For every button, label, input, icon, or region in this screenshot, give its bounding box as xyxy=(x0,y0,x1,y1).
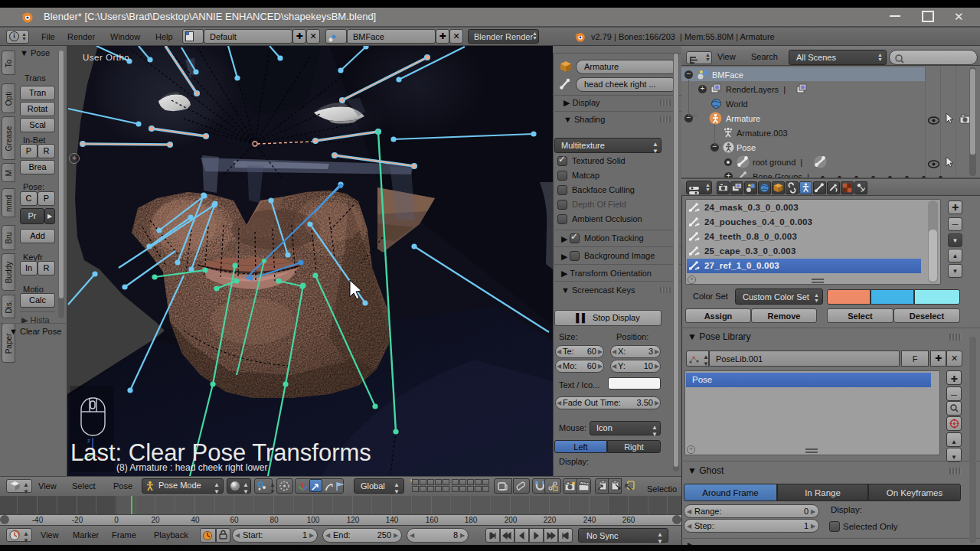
svg-text:(8) Armature : head cheek righ: (8) Armature : head cheek right lower xyxy=(116,462,267,473)
svg-text:User Ortho: User Ortho xyxy=(83,53,129,62)
